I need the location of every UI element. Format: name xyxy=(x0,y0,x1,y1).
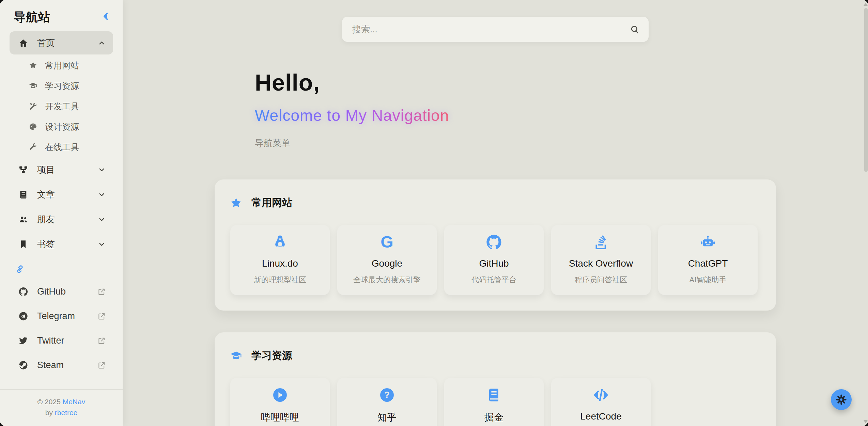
section-panel: 学习资源哔哩哔哩?知乎掘金LeetCode xyxy=(215,332,776,426)
card-title: GitHub xyxy=(479,258,509,269)
social-link-telegram[interactable]: Telegram xyxy=(10,304,113,328)
graduation-cap-icon xyxy=(230,350,242,362)
scrollbar-down-arrow[interactable] xyxy=(864,420,868,423)
chevron-down-icon xyxy=(98,166,106,174)
settings-button[interactable] xyxy=(831,389,852,410)
social-link-steam[interactable]: Steam xyxy=(10,353,113,377)
site-card[interactable]: ChatGPTAI智能助手 xyxy=(658,225,758,295)
search-icon[interactable] xyxy=(630,25,639,34)
sidebar-footer: © 2025 MeNav by rbetree xyxy=(0,389,123,426)
external-link-icon xyxy=(98,288,106,296)
site-card[interactable]: GGoogle全球最大的搜索引擎 xyxy=(337,225,437,295)
sidebar-item-label: 项目 xyxy=(37,164,98,176)
card-grid: 哔哩哔哩?知乎掘金LeetCode xyxy=(230,378,760,426)
card-description: 代码托管平台 xyxy=(471,275,516,285)
card-title: ChatGPT xyxy=(688,258,728,269)
social-link-github[interactable]: GitHub xyxy=(10,279,113,304)
sidebar-item-article[interactable]: 文章 xyxy=(10,182,113,207)
sidebar-subitem-label: 常用网站 xyxy=(45,60,106,71)
card-title: LeetCode xyxy=(580,411,621,422)
section-title: 常用网站 xyxy=(251,196,292,210)
card-title: 知乎 xyxy=(377,411,397,424)
play-icon xyxy=(272,387,288,403)
social-link-label: Twitter xyxy=(37,335,98,346)
footer-copyright-line: © 2025 MeNav xyxy=(3,396,119,408)
card-grid: Linux.do新的理想型社区GGoogle全球最大的搜索引擎GitHub代码托… xyxy=(230,225,760,295)
sidebar-item-label: 朋友 xyxy=(37,214,98,225)
social-link-label: GitHub xyxy=(37,286,98,297)
graduation-cap-icon xyxy=(29,82,37,90)
social-link-twitter[interactable]: Twitter xyxy=(10,328,113,353)
site-card[interactable]: Linux.do新的理想型社区 xyxy=(230,225,330,295)
juejin-book-icon xyxy=(486,387,502,403)
stage: 导航站 首页常用网站学习资源开发工具设计资源在线工具项目文章朋友书签 GitHu… xyxy=(0,0,868,426)
sidebar-subitem-tools[interactable]: 开发工具 xyxy=(10,96,113,116)
social-link-label: Telegram xyxy=(37,311,98,321)
site-card[interactable]: LeetCode xyxy=(551,378,651,426)
sidebar: 导航站 首页常用网站学习资源开发工具设计资源在线工具项目文章朋友书签 GitHu… xyxy=(0,0,123,426)
sidebar-subitem-star[interactable]: 常用网站 xyxy=(10,55,113,76)
github-icon xyxy=(19,287,28,296)
search-input[interactable] xyxy=(342,17,649,42)
chevron-down-icon xyxy=(98,216,106,223)
app-window: 导航站 首页常用网站学习资源开发工具设计资源在线工具项目文章朋友书签 GitHu… xyxy=(0,0,868,426)
sections: 常用网站Linux.do新的理想型社区GGoogle全球最大的搜索引擎GitHu… xyxy=(215,179,776,426)
chevron-left-icon xyxy=(101,11,111,21)
hero-welcome: Welcome to My Navigation xyxy=(255,106,449,125)
menav-link[interactable]: MeNav xyxy=(63,398,86,406)
external-link-icon xyxy=(98,361,106,369)
sidebar-subnav: 常用网站学习资源开发工具设计资源在线工具 xyxy=(0,55,123,157)
sidebar-item-label: 书签 xyxy=(37,238,98,250)
robot-icon xyxy=(700,234,716,250)
google-icon: G xyxy=(379,234,395,250)
gear-icon xyxy=(836,394,847,405)
site-card[interactable]: 哔哩哔哩 xyxy=(230,378,330,426)
card-title: Linux.do xyxy=(262,258,298,269)
sidebar-subitem-wrench[interactable]: 在线工具 xyxy=(10,137,113,157)
steam-icon xyxy=(19,361,28,370)
sidebar-item-project[interactable]: 项目 xyxy=(10,157,113,182)
sidebar-subitem-graduation-cap[interactable]: 学习资源 xyxy=(10,76,113,96)
card-description: 新的理想型社区 xyxy=(254,275,306,285)
link-icon xyxy=(14,264,26,275)
home-icon xyxy=(19,38,28,48)
sidebar-subitem-palette[interactable]: 设计资源 xyxy=(10,116,113,137)
card-title: Google xyxy=(372,258,402,269)
sidebar-collapse-button[interactable] xyxy=(101,11,111,21)
section-title: 学习资源 xyxy=(251,349,292,363)
hero-subtitle: 导航菜单 xyxy=(255,137,776,149)
card-title: 哔哩哔哩 xyxy=(261,411,299,424)
sidebar-item-home[interactable]: 首页 xyxy=(10,31,113,54)
card-description: 程序员问答社区 xyxy=(575,275,627,285)
site-card[interactable]: ?知乎 xyxy=(337,378,437,426)
chevron-down-icon xyxy=(98,240,106,248)
site-card[interactable]: Stack Overflow程序员问答社区 xyxy=(551,225,651,295)
site-card[interactable]: GitHub代码托管平台 xyxy=(444,225,544,295)
sidebar-subitem-label: 开发工具 xyxy=(45,101,106,112)
tools-icon xyxy=(29,102,37,110)
site-card[interactable]: 掘金 xyxy=(444,378,544,426)
site-title: 导航站 xyxy=(14,9,50,25)
copyright-text: © 2025 xyxy=(37,398,61,406)
twitter-icon xyxy=(19,336,28,345)
hero-greeting: Hello, xyxy=(255,69,776,96)
svg-text:?: ? xyxy=(384,390,389,400)
scrollbar xyxy=(864,0,868,426)
external-link-icon xyxy=(98,337,106,345)
hero: Hello, Welcome to My Navigation 导航菜单 xyxy=(215,69,776,149)
scrollbar-up-arrow[interactable] xyxy=(864,3,868,6)
friends-icon xyxy=(19,215,28,224)
scrollbar-thumb[interactable] xyxy=(864,8,868,172)
article-icon xyxy=(19,190,28,199)
github-icon xyxy=(486,234,502,250)
author-link[interactable]: rbetree xyxy=(55,409,78,416)
social-link-label: Steam xyxy=(37,360,98,370)
sidebar-item-friends[interactable]: 朋友 xyxy=(10,207,113,232)
star-icon xyxy=(29,61,37,69)
search-bar xyxy=(342,17,649,42)
chevron-up-icon xyxy=(98,39,106,47)
external-link-icon xyxy=(98,312,106,320)
sidebar-item-bookmark[interactable]: 书签 xyxy=(10,232,113,257)
bookmark-icon xyxy=(19,240,28,249)
code-icon xyxy=(593,387,609,403)
